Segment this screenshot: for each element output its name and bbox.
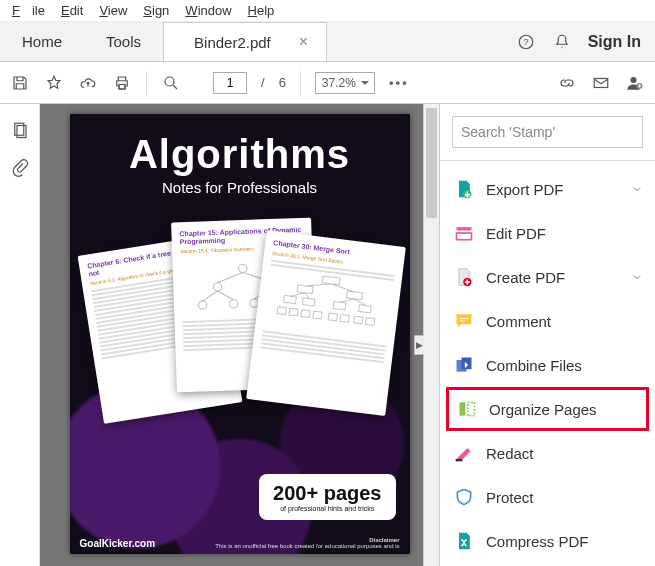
svg-rect-38 (460, 402, 466, 415)
mail-icon[interactable] (591, 73, 611, 93)
menu-file[interactable]: File (6, 3, 51, 18)
create-pdf-icon (454, 267, 474, 287)
page-total: 6 (279, 75, 286, 90)
tool-label: Organize Pages (489, 401, 597, 418)
menu-window[interactable]: Window (179, 3, 237, 18)
cloud-upload-icon[interactable] (78, 73, 98, 93)
svg-rect-23 (358, 304, 371, 312)
document-view[interactable]: Algorithms Notes for Professionals Chapt… (40, 104, 439, 566)
tool-label: Create PDF (486, 269, 565, 286)
tool-edit-pdf[interactable]: Edit PDF (440, 211, 655, 255)
tool-protect[interactable]: Protect (440, 475, 655, 519)
comment-icon (454, 311, 474, 331)
tool-create-pdf[interactable]: Create PDF (440, 255, 655, 299)
cover-disclaimer: DisclaimerThis is an unofficial free boo… (215, 537, 399, 549)
zoom-icon[interactable] (161, 73, 181, 93)
svg-rect-24 (277, 306, 286, 314)
svg-point-13 (198, 301, 207, 310)
star-icon[interactable] (44, 73, 64, 93)
svg-point-14 (229, 300, 238, 309)
zoom-select[interactable]: 37.2% (315, 72, 375, 94)
panel-collapse-icon[interactable]: ▶ (414, 335, 424, 355)
save-icon[interactable] (10, 73, 30, 93)
svg-point-4 (165, 77, 174, 86)
scrollbar-thumb[interactable] (426, 108, 437, 218)
tab-bar: Home Tools Binder2.pdf × ? Sign In (0, 22, 655, 62)
svg-rect-27 (312, 311, 321, 319)
tab-document-label: Binder2.pdf (194, 34, 271, 51)
thumbnails-icon[interactable] (10, 120, 30, 140)
tool-label: Comment (486, 313, 551, 330)
add-user-icon[interactable] (625, 73, 645, 93)
menu-help[interactable]: Help (242, 3, 281, 18)
organize-pages-icon (457, 399, 477, 419)
more-icon[interactable]: ••• (389, 73, 409, 93)
tool-comment[interactable]: Comment (440, 299, 655, 343)
svg-rect-29 (340, 314, 349, 322)
sample-page-3: Chapter 30: Merge Sort Section 30.1: Mer… (246, 230, 406, 416)
svg-rect-30 (353, 316, 362, 324)
tools-search-input[interactable]: Search 'Stamp' (452, 116, 643, 148)
help-icon[interactable]: ? (516, 32, 536, 52)
tab-tools[interactable]: Tools (84, 22, 163, 61)
svg-rect-39 (468, 402, 475, 415)
protect-icon (454, 487, 474, 507)
svg-rect-40 (456, 459, 463, 462)
menu-bar: File Edit View Sign Window Help (0, 0, 655, 22)
tool-redact[interactable]: Redact (440, 431, 655, 475)
menu-view[interactable]: View (93, 3, 133, 18)
menu-edit[interactable]: Edit (55, 3, 89, 18)
combine-files-icon (454, 355, 474, 375)
tool-label: Combine Files (486, 357, 582, 374)
page-count-badge: 200+ pages of professional hints and tri… (259, 474, 395, 520)
cover-title: Algorithms (70, 132, 410, 177)
svg-point-2 (561, 46, 563, 48)
tool-label: Compress PDF (486, 533, 589, 550)
chevron-down-icon (631, 269, 643, 286)
redact-icon (454, 443, 474, 463)
tool-label: Redact (486, 445, 534, 462)
print-icon[interactable] (112, 73, 132, 93)
page-separator: / (261, 75, 265, 90)
svg-rect-20 (283, 295, 296, 303)
svg-rect-34 (457, 233, 472, 240)
tab-document[interactable]: Binder2.pdf × (163, 22, 327, 61)
page-number-input[interactable] (213, 72, 247, 94)
svg-rect-37 (462, 358, 472, 370)
main-area: Algorithms Notes for Professionals Chapt… (0, 104, 655, 566)
edit-pdf-icon (454, 223, 474, 243)
left-rail (0, 104, 40, 566)
tool-organize-pages[interactable]: Organize Pages (446, 387, 649, 431)
svg-point-6 (631, 77, 637, 83)
svg-text:?: ? (523, 37, 528, 47)
svg-point-10 (238, 265, 247, 274)
tool-label: Protect (486, 489, 534, 506)
cover-site: GoalKicker.com (80, 538, 156, 549)
svg-rect-5 (594, 78, 608, 87)
attachment-icon[interactable] (10, 158, 30, 178)
svg-rect-22 (333, 301, 346, 309)
svg-rect-28 (328, 313, 337, 321)
export-pdf-icon (454, 179, 474, 199)
chevron-down-icon (631, 181, 643, 198)
svg-rect-18 (297, 285, 313, 294)
toolbar: / 6 37.2% ••• (0, 62, 655, 104)
document-scrollbar[interactable]: ▶ (423, 104, 439, 566)
tool-label: Edit PDF (486, 225, 546, 242)
tab-close-icon[interactable]: × (299, 33, 308, 51)
svg-rect-19 (346, 291, 362, 300)
compress-pdf-icon (454, 531, 474, 551)
tools-panel: Search 'Stamp' Export PDF Edit PDF Creat… (439, 104, 655, 566)
link-icon[interactable] (557, 73, 577, 93)
svg-rect-33 (457, 227, 472, 230)
tool-combine-files[interactable]: Combine Files (440, 343, 655, 387)
sign-in-link[interactable]: Sign In (588, 33, 641, 51)
svg-rect-25 (289, 308, 298, 316)
bell-icon[interactable] (552, 32, 572, 52)
tool-export-pdf[interactable]: Export PDF (440, 167, 655, 211)
menu-sign[interactable]: Sign (137, 3, 175, 18)
svg-rect-26 (300, 309, 309, 317)
tab-home[interactable]: Home (0, 22, 84, 61)
tool-compress-pdf[interactable]: Compress PDF (440, 519, 655, 563)
svg-rect-21 (302, 297, 315, 305)
